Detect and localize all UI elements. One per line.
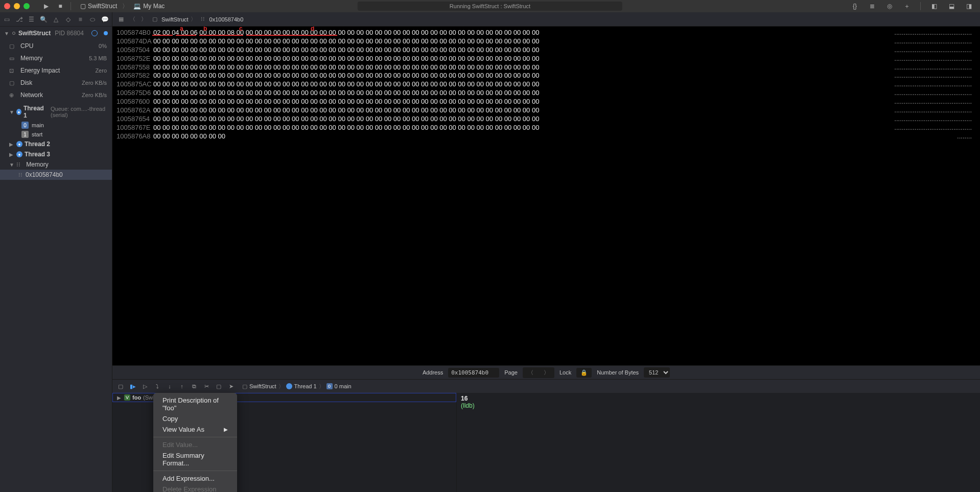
nav-debug-icon[interactable]: ≡ (76, 15, 84, 24)
thread-icon: ● (16, 109, 21, 115)
scheme-destination-label: My Mac (143, 3, 165, 10)
toggle-right-panel-icon[interactable]: ◨ (964, 1, 974, 11)
code-review-icon[interactable]: {} (850, 1, 860, 11)
context-menu-item[interactable]: View Value As▶ (153, 424, 237, 435)
stack-frame-start[interactable]: 1start (0, 130, 112, 139)
stop-button[interactable]: ■ (55, 1, 65, 11)
context-menu-item[interactable]: Copy (153, 413, 237, 424)
thread-icon: ● (16, 151, 22, 157)
metric-memory[interactable]: ▭Memory5.3 MB (0, 52, 112, 64)
frame-index-icon: 0 (21, 122, 29, 129)
step-out-button[interactable]: ↑ (178, 382, 186, 390)
context-menu-item[interactable]: Print Description of "foo" (153, 395, 237, 413)
page-next-button[interactable]: 〉 (539, 367, 554, 378)
window-controls (4, 3, 30, 9)
nav-report-icon[interactable]: 💬 (101, 15, 109, 24)
back-button[interactable]: 〈 (128, 15, 137, 23)
cpu-icon: ▢ (9, 43, 16, 50)
run-button[interactable]: ▶ (41, 1, 51, 11)
close-window-button[interactable] (4, 3, 10, 9)
process-activity-icon (91, 30, 98, 36)
hex-row: 1005876A800 00 00 00 00 00 00 00........ (116, 132, 976, 141)
memory-node[interactable]: ▼⁝⁝ Memory (0, 159, 112, 170)
variables-view[interactable]: ▶ V foo (SwiftSt... Print Description of… (112, 393, 457, 492)
breakpoints-toggle-icon[interactable]: ▮▸ (129, 382, 137, 390)
continue-button[interactable]: ▷ (141, 382, 149, 390)
minimize-window-button[interactable] (14, 3, 20, 9)
hex-row: 1005875AC00 00 00 00 00 00 00 00 00 00 0… (116, 80, 976, 89)
metric-disk[interactable]: ▢DiskZero KB/s (0, 77, 112, 89)
hex-row: 10058762A00 00 00 00 00 00 00 00 00 00 0… (116, 106, 976, 115)
snippets-icon[interactable]: ◎ (884, 1, 895, 11)
hex-row: 1005875D600 00 00 00 00 00 00 00 00 00 0… (116, 89, 976, 98)
step-over-button[interactable]: ⤵ (153, 382, 161, 390)
nav-folder-icon[interactable]: ▭ (3, 15, 11, 24)
plus-icon[interactable]: ＋ (902, 1, 912, 11)
nav-test-icon[interactable]: ◇ (64, 15, 72, 24)
nav-symbol-icon[interactable]: ☰ (28, 15, 36, 24)
thread-1[interactable]: ●Thread 1 Queue: com....-thread (serial) (0, 103, 112, 121)
debug-area: ▶ V foo (SwiftSt... Print Description of… (112, 393, 980, 492)
threads-section: ●Thread 1 Queue: com....-thread (serial)… (0, 103, 112, 180)
memory-address-item[interactable]: ⁝⁝0x1005874b0 (0, 170, 112, 180)
breadcrumb-address[interactable]: 0x1005874b0 (209, 16, 244, 22)
memory-icon: ▭ (9, 55, 16, 62)
toggle-bottom-panel-icon[interactable]: ⬓ (946, 1, 956, 11)
num-bytes-label: Number of Bytes (597, 369, 639, 376)
nav-issue-icon[interactable]: △ (52, 15, 60, 24)
debug-crumb-project[interactable]: SwiftStruct (249, 383, 276, 389)
hide-debug-area-icon[interactable]: ▢ (116, 382, 125, 390)
toggle-left-panel-icon[interactable]: ◧ (929, 1, 939, 11)
metric-network[interactable]: ⊕NetworkZero KB/s (0, 89, 112, 101)
debug-crumb-thread[interactable]: Thread 1 (294, 383, 317, 389)
maximize-window-button[interactable] (24, 3, 30, 9)
related-items-icon[interactable]: ▦ (116, 16, 126, 22)
step-into-button[interactable]: ↓ (166, 382, 174, 390)
console-view[interactable]: 16 (lldb) (457, 393, 980, 492)
thread-2[interactable]: ●Thread 2 (0, 139, 112, 149)
context-menu-item[interactable]: Add Expression... (153, 473, 237, 484)
scheme-selector[interactable]: ▢ SwiftStruct 〉 💻 My Mac (77, 2, 168, 11)
hex-row: 10058765400 00 00 00 00 00 00 00 00 00 0… (116, 115, 976, 124)
context-menu: Print Description of "foo"CopyView Value… (153, 393, 237, 492)
hex-row: 10058760000 00 00 00 00 00 00 00 00 00 0… (116, 98, 976, 106)
hex-row: 1005874DA00 00 00 00 00 00 00 00 00 00 0… (116, 37, 976, 46)
nav-breakpoint-icon[interactable]: ⬭ (88, 15, 97, 24)
debug-toolbar: ▢ ▮▸ ▷ ⤵ ↓ ↑ ⧉ ✂ ▢ ➤ ▢ SwiftStruct 〉 Thr… (112, 380, 980, 393)
network-icon: ⊕ (9, 92, 16, 99)
console-output: 16 (461, 395, 976, 402)
console-prompt: (lldb) (461, 402, 976, 409)
library-icon[interactable]: ≣ (867, 1, 877, 11)
hex-row: 10058752E00 00 00 00 00 00 00 00 00 00 0… (116, 55, 976, 63)
memory-graph-icon[interactable]: ✂ (202, 382, 211, 390)
context-menu-item[interactable]: Edit Summary Format... (153, 450, 237, 468)
thread-icon: ● (16, 141, 22, 147)
separator (920, 2, 921, 10)
memory-hex-view[interactable]: a b c d 1005874B002 00 04 00 06 00 00 00… (112, 27, 980, 365)
separator (71, 2, 71, 10)
debug-crumb-frame[interactable]: 0 main (335, 383, 352, 389)
nav-source-control-icon[interactable]: ⎇ (15, 15, 24, 24)
nav-find-icon[interactable]: 🔍 (40, 15, 48, 24)
address-field[interactable] (448, 368, 499, 378)
memory-icon: ⁝⁝ (198, 16, 207, 22)
num-bytes-select[interactable]: 512 (644, 367, 670, 378)
redline-c (199, 29, 243, 36)
stack-frame-main[interactable]: 0main (0, 121, 112, 130)
forward-button[interactable]: 〉 (139, 15, 148, 23)
redline-b (176, 29, 196, 36)
disk-icon: ▢ (9, 80, 16, 86)
lock-button[interactable]: 🔒 (576, 368, 592, 378)
environment-icon[interactable]: ▢ (215, 382, 223, 390)
address-label: Address (423, 369, 443, 376)
breadcrumb-project[interactable]: SwiftStruct (161, 16, 189, 22)
context-menu-item: Edit Value... (153, 439, 237, 450)
hex-row: 10058755800 00 00 00 00 00 00 00 00 00 0… (116, 63, 976, 72)
process-row[interactable]: ▼ SwiftStruct PID 86804 (0, 27, 112, 40)
metric-cpu[interactable]: ▢CPU0% (0, 40, 112, 52)
view-debug-icon[interactable]: ⧉ (190, 382, 198, 390)
location-icon[interactable]: ➤ (227, 382, 235, 390)
metric-energy[interactable]: ⊡Energy ImpactZero (0, 64, 112, 77)
thread-3[interactable]: ●Thread 3 (0, 149, 112, 159)
page-prev-button[interactable]: 〈 (523, 367, 539, 378)
